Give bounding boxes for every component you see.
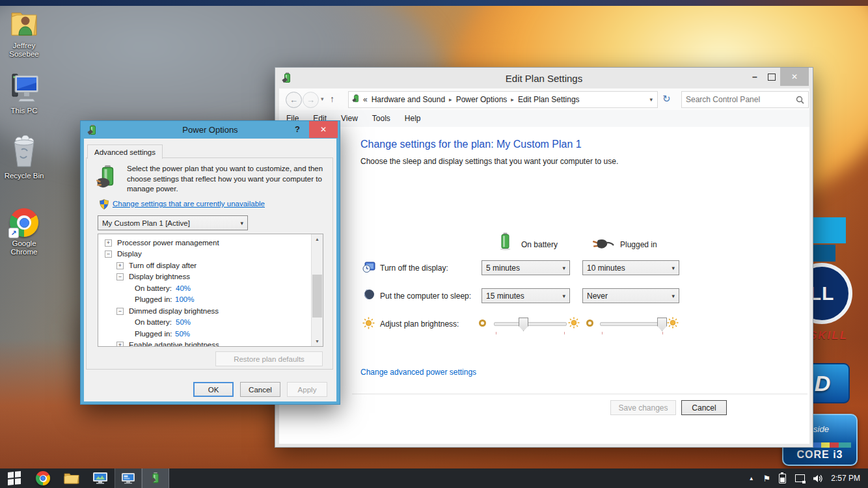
title-bar[interactable]: Edit Plan Settings – ✕ [275,68,813,88]
dialog-cancel-button[interactable]: Cancel [240,382,280,397]
save-changes-button[interactable]: Save changes [610,400,676,415]
select-value: 15 minutes [486,291,524,301]
desktop-icon-google-chrome[interactable]: ↗ Google Chrome [0,203,48,256]
desktop-icon-user-folder[interactable]: Jeffrey Sosebee [0,5,48,59]
forward-button[interactable]: → [303,92,319,108]
select-value: 5 minutes [486,264,520,273]
tree-item-value[interactable]: 40% [176,284,191,292]
menu-view[interactable]: View [341,114,358,123]
close-button[interactable]: ✕ [780,68,809,86]
cancel-button[interactable]: Cancel [681,400,727,415]
apply-button[interactable]: Apply [287,382,327,397]
breadcrumb-item[interactable]: Hardware and Sound [372,95,445,104]
restore-plan-defaults-button[interactable]: Restore plan defaults [215,351,323,366]
tab-advanced-settings[interactable]: Advanced settings [87,144,163,159]
menu-tools[interactable]: Tools [372,114,390,123]
brightness-slider-plugged[interactable] [600,322,665,326]
recent-pages-caret[interactable]: ▾ [321,96,324,102]
chevron-down-icon: ▾ [562,265,565,271]
breadcrumb-item[interactable]: Power Options [456,95,508,104]
desktop-icon-this-pc[interactable]: This PC [0,70,48,115]
sleep-on-battery-select[interactable]: 15 minutes ▾ [481,288,570,303]
change-unavailable-settings-link[interactable]: Change settings that are currently unava… [113,200,265,208]
sleep-plugged-in-select[interactable]: Never ▾ [582,288,679,303]
scroll-down-icon[interactable]: ▼ [312,339,323,344]
breadcrumb-collapsed[interactable]: « [363,95,368,104]
page-title: Change settings for the plan: My Custom … [360,139,582,150]
display-on-battery-select[interactable]: 5 minutes ▾ [481,260,570,275]
display-plugged-in-select[interactable]: 15 minutes 10 minutes ▾ [582,260,679,275]
tree-expander-icon[interactable]: + [116,342,124,347]
tree-expander-icon[interactable]: − [116,308,124,315]
scrollbar-thumb[interactable] [312,275,322,318]
tree-scrollbar[interactable]: ▲ ▼ [311,234,323,346]
on-battery-icon [499,232,511,253]
advanced-power-settings-link[interactable]: Change advanced power settings [360,368,476,377]
desktop-icon-recycle-bin[interactable]: Recycle Bin [0,135,48,180]
tree-item-label: Display [117,250,142,258]
dialog-close-button[interactable]: ✕ [309,121,338,138]
refresh-button[interactable]: ↻ [662,93,671,105]
brightness-slider-battery[interactable] [494,322,567,326]
slider-thumb[interactable] [519,318,528,331]
tray-volume-icon[interactable] [813,474,823,483]
taskbar-chrome-button[interactable] [29,468,57,488]
tree-expander-icon[interactable]: + [116,262,124,269]
taskbar-photos-button[interactable] [86,468,115,488]
chevron-down-icon: ▾ [240,220,243,226]
minimize-button[interactable]: – [746,72,763,82]
maximize-button[interactable] [763,74,780,81]
breadcrumb[interactable]: « Hardware and Sound ▸ Power Options ▸ E… [348,91,658,108]
wallpaper-top-strip [0,0,868,6]
dialog-description: Select the power plan that you want to c… [127,164,323,195]
search-box[interactable] [681,91,809,108]
taskbar-power-options-button[interactable] [142,468,169,488]
ok-button[interactable]: OK [193,382,234,397]
taskbar-clock[interactable]: 2:57 PM [831,474,860,483]
dialog-body: Advanced settings Select the power plan … [84,139,336,401]
tray-battery-icon[interactable] [779,474,786,483]
help-button[interactable]: ? [295,124,300,134]
turn-off-display-label: Turn off the display: [380,264,448,273]
sleep-label: Put the computer to sleep: [380,291,471,301]
page-subtitle: Choose the sleep and display settings th… [360,157,618,166]
desktop-icon-label: This PC [0,107,48,115]
taskbar-control-panel-button[interactable] [115,468,142,488]
address-dropdown-caret[interactable]: ▾ [649,96,653,103]
search-icon[interactable] [796,96,804,104]
menu-help[interactable]: Help [405,114,421,123]
tree-expander-icon[interactable]: + [105,239,112,247]
power-plan-select[interactable]: My Custom Plan 1 [Active] ▾ [98,215,248,230]
display-clock-icon [362,260,375,276]
advanced-settings-tree: + Processor power management − Display +… [98,234,323,347]
tree-item-label: Turn off display after [129,262,197,269]
gskill-text: SKILL [809,329,848,342]
tree-expander-icon[interactable]: − [105,251,112,258]
up-button[interactable]: ↑ [330,94,334,104]
power-plan-icon [96,165,120,193]
tree-item-value[interactable]: 100% [175,295,194,303]
chevron-down-icon: ▾ [562,293,565,299]
slider-thumb[interactable] [657,318,667,331]
search-input[interactable] [682,95,796,104]
breadcrumb-item[interactable]: Edit Plan Settings [518,95,580,104]
scroll-up-icon[interactable]: ▲ [312,237,323,241]
logo-square-bottom [811,245,835,262]
tree-expander-icon[interactable]: − [116,273,124,280]
menu-bar: File Edit View Tools Help [279,110,809,127]
tree-item-value[interactable]: 50% [175,330,190,338]
address-bar: ← → ▾ ↑ « Hardware and Sound ▸ Power Opt… [279,88,809,111]
tree-item-label: Dimmed display brightness [129,307,219,315]
start-button[interactable] [0,468,29,488]
plugged-in-header: Plugged in [620,240,657,249]
taskbar-file-explorer-button[interactable] [57,468,86,488]
back-button[interactable]: ← [286,92,302,108]
action-center-flag-icon[interactable]: ⚑ [763,474,771,483]
plugged-in-icon [591,237,615,253]
show-hidden-icons-chevron[interactable]: ▲ [749,476,754,481]
tray-network-icon[interactable] [795,474,805,482]
dim-brightness-icon [478,318,487,330]
select-value: Never [587,291,608,301]
moon-icon [364,289,375,303]
tree-item-value[interactable]: 50% [176,318,191,326]
